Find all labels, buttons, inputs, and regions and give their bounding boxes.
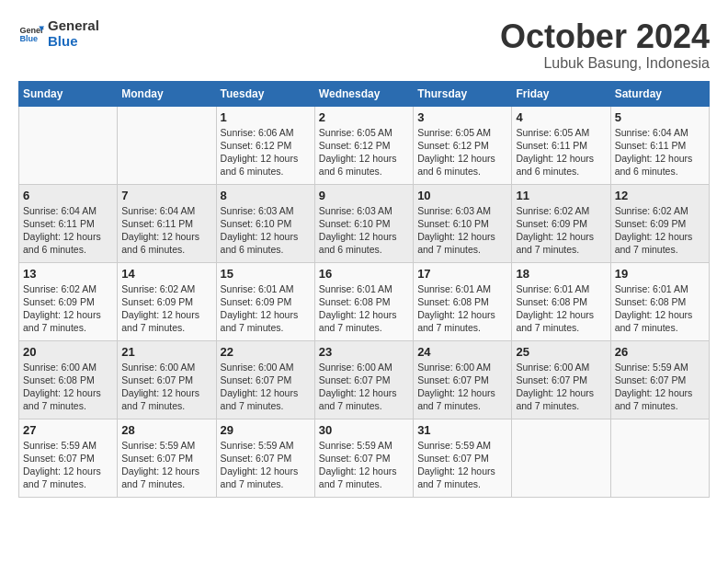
- calendar-cell: 12Sunrise: 6:02 AM Sunset: 6:09 PM Dayli…: [610, 184, 709, 262]
- month-title: October 2024: [500, 18, 710, 55]
- cell-detail: Sunrise: 6:02 AM Sunset: 6:09 PM Dayligh…: [615, 204, 705, 257]
- cell-detail: Sunrise: 6:01 AM Sunset: 6:09 PM Dayligh…: [221, 282, 311, 335]
- calendar-cell: [19, 106, 118, 184]
- cell-detail: Sunrise: 6:05 AM Sunset: 6:11 PM Dayligh…: [516, 126, 606, 178]
- cell-detail: Sunrise: 5:59 AM Sunset: 6:07 PM Dayligh…: [221, 439, 311, 491]
- cell-detail: Sunrise: 6:06 AM Sunset: 6:12 PM Dayligh…: [221, 126, 311, 178]
- cell-detail: Sunrise: 6:04 AM Sunset: 6:11 PM Dayligh…: [121, 204, 211, 257]
- calendar-cell: 22Sunrise: 6:00 AM Sunset: 6:07 PM Dayli…: [216, 340, 314, 419]
- calendar-cell: 2Sunrise: 6:05 AM Sunset: 6:12 PM Daylig…: [314, 106, 413, 184]
- calendar-week-row: 20Sunrise: 6:00 AM Sunset: 6:08 PM Dayli…: [19, 340, 710, 419]
- calendar-cell: [512, 419, 610, 497]
- cell-detail: Sunrise: 6:01 AM Sunset: 6:08 PM Dayligh…: [516, 282, 606, 335]
- calendar-cell: 7Sunrise: 6:04 AM Sunset: 6:11 PM Daylig…: [118, 184, 216, 262]
- day-number: 22: [221, 345, 311, 359]
- cell-detail: Sunrise: 5:59 AM Sunset: 6:07 PM Dayligh…: [417, 439, 507, 491]
- cell-detail: Sunrise: 6:00 AM Sunset: 6:07 PM Dayligh…: [516, 361, 606, 413]
- calendar-cell: 9Sunrise: 6:03 AM Sunset: 6:10 PM Daylig…: [314, 184, 413, 262]
- calendar-cell: 3Sunrise: 6:05 AM Sunset: 6:12 PM Daylig…: [414, 106, 512, 184]
- calendar-cell: 14Sunrise: 6:02 AM Sunset: 6:09 PM Dayli…: [118, 262, 216, 340]
- calendar-week-row: 27Sunrise: 5:59 AM Sunset: 6:07 PM Dayli…: [19, 419, 710, 497]
- calendar-cell: [118, 106, 216, 184]
- cell-detail: Sunrise: 6:00 AM Sunset: 6:07 PM Dayligh…: [417, 361, 507, 413]
- logo-general: General: [48, 18, 99, 34]
- location: Lubuk Basung, Indonesia: [500, 55, 710, 72]
- cell-detail: Sunrise: 6:05 AM Sunset: 6:12 PM Dayligh…: [417, 126, 507, 178]
- cell-detail: Sunrise: 6:02 AM Sunset: 6:09 PM Dayligh…: [516, 204, 606, 257]
- calendar-week-row: 1Sunrise: 6:06 AM Sunset: 6:12 PM Daylig…: [19, 106, 710, 184]
- calendar-cell: 19Sunrise: 6:01 AM Sunset: 6:08 PM Dayli…: [610, 262, 709, 340]
- cell-detail: Sunrise: 6:04 AM Sunset: 6:11 PM Dayligh…: [23, 204, 113, 257]
- calendar-cell: 26Sunrise: 5:59 AM Sunset: 6:07 PM Dayli…: [610, 340, 709, 419]
- svg-text:Blue: Blue: [19, 34, 38, 43]
- day-number: 15: [221, 267, 311, 281]
- cell-detail: Sunrise: 6:02 AM Sunset: 6:09 PM Dayligh…: [121, 282, 211, 335]
- day-number: 7: [121, 189, 211, 202]
- day-number: 9: [319, 189, 409, 202]
- calendar-cell: 31Sunrise: 5:59 AM Sunset: 6:07 PM Dayli…: [414, 419, 512, 497]
- day-number: 28: [121, 423, 211, 437]
- cell-detail: Sunrise: 6:01 AM Sunset: 6:08 PM Dayligh…: [417, 282, 507, 335]
- day-number: 25: [516, 345, 606, 359]
- cell-detail: Sunrise: 6:00 AM Sunset: 6:07 PM Dayligh…: [221, 361, 311, 413]
- day-number: 31: [417, 423, 507, 437]
- calendar-cell: [610, 419, 709, 497]
- cell-detail: Sunrise: 6:00 AM Sunset: 6:07 PM Dayligh…: [121, 361, 211, 413]
- day-number: 13: [23, 267, 113, 281]
- column-header-thursday: Thursday: [414, 81, 512, 106]
- calendar-cell: 23Sunrise: 6:00 AM Sunset: 6:07 PM Dayli…: [314, 340, 413, 419]
- calendar-cell: 28Sunrise: 5:59 AM Sunset: 6:07 PM Dayli…: [118, 419, 216, 497]
- calendar-cell: 11Sunrise: 6:02 AM Sunset: 6:09 PM Dayli…: [512, 184, 610, 262]
- day-number: 27: [23, 423, 113, 437]
- day-number: 21: [121, 345, 211, 359]
- cell-detail: Sunrise: 6:00 AM Sunset: 6:08 PM Dayligh…: [23, 361, 113, 413]
- calendar-cell: 30Sunrise: 5:59 AM Sunset: 6:07 PM Dayli…: [314, 419, 413, 497]
- cell-detail: Sunrise: 6:03 AM Sunset: 6:10 PM Dayligh…: [319, 204, 409, 257]
- day-number: 6: [23, 189, 113, 202]
- day-number: 14: [121, 267, 211, 281]
- calendar-cell: 17Sunrise: 6:01 AM Sunset: 6:08 PM Dayli…: [414, 262, 512, 340]
- column-header-tuesday: Tuesday: [216, 81, 314, 106]
- calendar-cell: 24Sunrise: 6:00 AM Sunset: 6:07 PM Dayli…: [414, 340, 512, 419]
- calendar-cell: 21Sunrise: 6:00 AM Sunset: 6:07 PM Dayli…: [118, 340, 216, 419]
- day-number: 29: [221, 423, 311, 437]
- column-header-friday: Friday: [512, 81, 610, 106]
- logo-icon: General Blue: [18, 21, 44, 47]
- calendar-cell: 25Sunrise: 6:00 AM Sunset: 6:07 PM Dayli…: [512, 340, 610, 419]
- day-header-row: SundayMondayTuesdayWednesdayThursdayFrid…: [19, 81, 710, 106]
- cell-detail: Sunrise: 6:01 AM Sunset: 6:08 PM Dayligh…: [615, 282, 705, 335]
- logo-blue: Blue: [48, 34, 99, 50]
- day-number: 5: [615, 110, 705, 124]
- calendar-cell: 18Sunrise: 6:01 AM Sunset: 6:08 PM Dayli…: [512, 262, 610, 340]
- column-header-monday: Monday: [118, 81, 216, 106]
- cell-detail: Sunrise: 5:59 AM Sunset: 6:07 PM Dayligh…: [121, 439, 211, 491]
- cell-detail: Sunrise: 5:59 AM Sunset: 6:07 PM Dayligh…: [615, 361, 705, 413]
- calendar-cell: 13Sunrise: 6:02 AM Sunset: 6:09 PM Dayli…: [19, 262, 118, 340]
- column-header-wednesday: Wednesday: [314, 81, 413, 106]
- day-number: 18: [516, 267, 606, 281]
- cell-detail: Sunrise: 6:05 AM Sunset: 6:12 PM Dayligh…: [319, 126, 409, 178]
- cell-detail: Sunrise: 6:02 AM Sunset: 6:09 PM Dayligh…: [23, 282, 113, 335]
- day-number: 30: [319, 423, 409, 437]
- calendar-cell: 16Sunrise: 6:01 AM Sunset: 6:08 PM Dayli…: [314, 262, 413, 340]
- day-number: 26: [615, 345, 705, 359]
- calendar-cell: 5Sunrise: 6:04 AM Sunset: 6:11 PM Daylig…: [610, 106, 709, 184]
- title-block: October 2024 Lubuk Basung, Indonesia: [500, 18, 710, 72]
- logo: General Blue General Blue: [18, 18, 99, 49]
- calendar-cell: 10Sunrise: 6:03 AM Sunset: 6:10 PM Dayli…: [414, 184, 512, 262]
- page-header: General Blue General Blue October 2024 L…: [18, 18, 710, 72]
- day-number: 19: [615, 267, 705, 281]
- column-header-sunday: Sunday: [19, 81, 118, 106]
- day-number: 1: [221, 110, 311, 124]
- calendar-cell: 27Sunrise: 5:59 AM Sunset: 6:07 PM Dayli…: [19, 419, 118, 497]
- day-number: 8: [221, 189, 311, 202]
- calendar-cell: 15Sunrise: 6:01 AM Sunset: 6:09 PM Dayli…: [216, 262, 314, 340]
- cell-detail: Sunrise: 6:01 AM Sunset: 6:08 PM Dayligh…: [319, 282, 409, 335]
- day-number: 2: [319, 110, 409, 124]
- day-number: 23: [319, 345, 409, 359]
- day-number: 4: [516, 110, 606, 124]
- day-number: 24: [417, 345, 507, 359]
- calendar-cell: 8Sunrise: 6:03 AM Sunset: 6:10 PM Daylig…: [216, 184, 314, 262]
- day-number: 16: [319, 267, 409, 281]
- cell-detail: Sunrise: 6:03 AM Sunset: 6:10 PM Dayligh…: [417, 204, 507, 257]
